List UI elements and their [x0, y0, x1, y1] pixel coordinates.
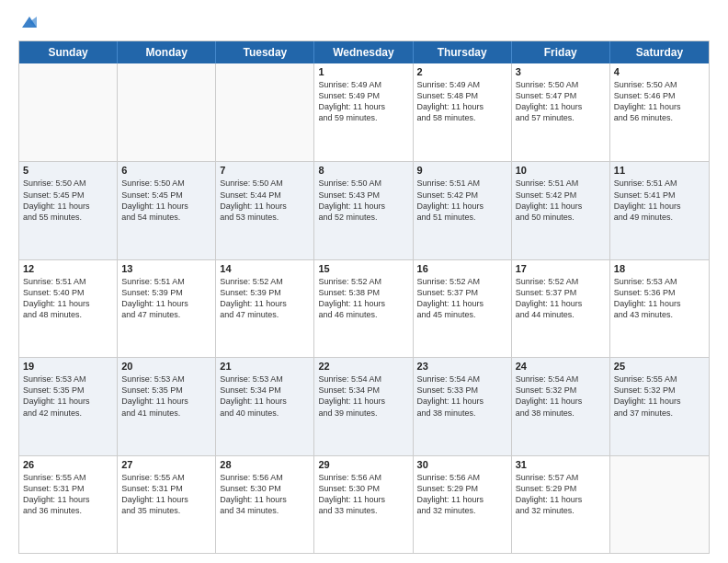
- day-cell-5: 5Sunrise: 5:50 AM Sunset: 5:45 PM Daylig…: [19, 162, 118, 259]
- day-number: 22: [318, 361, 408, 372]
- day-number: 9: [417, 165, 507, 176]
- day-cell-26: 26Sunrise: 5:55 AM Sunset: 5:31 PM Dayli…: [19, 456, 118, 553]
- day-cell-8: 8Sunrise: 5:50 AM Sunset: 5:43 PM Daylig…: [314, 162, 413, 259]
- day-cell-24: 24Sunrise: 5:54 AM Sunset: 5:32 PM Dayli…: [512, 358, 610, 454]
- day-info: Sunrise: 5:52 AM Sunset: 5:37 PM Dayligh…: [417, 276, 507, 321]
- day-cell-31: 31Sunrise: 5:57 AM Sunset: 5:29 PM Dayli…: [512, 456, 610, 553]
- day-info: Sunrise: 5:50 AM Sunset: 5:47 PM Dayligh…: [516, 79, 606, 124]
- day-cell-2: 2Sunrise: 5:49 AM Sunset: 5:48 PM Daylig…: [414, 63, 512, 161]
- calendar-body: 1Sunrise: 5:49 AM Sunset: 5:49 PM Daylig…: [19, 63, 709, 553]
- day-info: Sunrise: 5:55 AM Sunset: 5:31 PM Dayligh…: [23, 472, 113, 517]
- calendar-week-5: 26Sunrise: 5:55 AM Sunset: 5:31 PM Dayli…: [19, 455, 709, 553]
- day-info: Sunrise: 5:50 AM Sunset: 5:44 PM Dayligh…: [220, 178, 310, 223]
- logo-icon: [20, 13, 39, 31]
- day-cell-3: 3Sunrise: 5:50 AM Sunset: 5:47 PM Daylig…: [512, 63, 610, 161]
- day-info: Sunrise: 5:53 AM Sunset: 5:36 PM Dayligh…: [614, 276, 705, 321]
- day-info: Sunrise: 5:49 AM Sunset: 5:48 PM Dayligh…: [417, 79, 507, 124]
- day-header-saturday: Saturday: [610, 41, 709, 63]
- day-number: 6: [121, 165, 211, 176]
- day-cell-22: 22Sunrise: 5:54 AM Sunset: 5:34 PM Dayli…: [314, 358, 413, 454]
- day-cell-30: 30Sunrise: 5:56 AM Sunset: 5:29 PM Dayli…: [414, 456, 512, 553]
- day-info: Sunrise: 5:55 AM Sunset: 5:32 PM Dayligh…: [614, 373, 705, 419]
- day-number: 15: [318, 263, 408, 274]
- day-number: 8: [318, 165, 408, 176]
- day-header-wednesday: Wednesday: [314, 41, 413, 63]
- day-number: 19: [23, 361, 113, 372]
- day-info: Sunrise: 5:54 AM Sunset: 5:32 PM Dayligh…: [516, 373, 606, 419]
- day-info: Sunrise: 5:56 AM Sunset: 5:30 PM Dayligh…: [220, 472, 310, 517]
- logo: [18, 17, 39, 31]
- day-info: Sunrise: 5:54 AM Sunset: 5:33 PM Dayligh…: [417, 373, 507, 419]
- day-cell-4: 4Sunrise: 5:50 AM Sunset: 5:46 PM Daylig…: [610, 63, 709, 161]
- day-info: Sunrise: 5:56 AM Sunset: 5:30 PM Dayligh…: [318, 472, 408, 517]
- empty-cell: [610, 456, 709, 553]
- day-number: 5: [23, 165, 113, 176]
- day-info: Sunrise: 5:51 AM Sunset: 5:40 PM Dayligh…: [23, 276, 113, 321]
- day-number: 17: [516, 263, 606, 274]
- day-number: 16: [417, 263, 507, 274]
- day-info: Sunrise: 5:54 AM Sunset: 5:34 PM Dayligh…: [318, 373, 408, 419]
- day-cell-19: 19Sunrise: 5:53 AM Sunset: 5:35 PM Dayli…: [19, 358, 118, 454]
- day-cell-17: 17Sunrise: 5:52 AM Sunset: 5:37 PM Dayli…: [512, 260, 610, 357]
- day-number: 26: [23, 459, 113, 470]
- day-header-friday: Friday: [512, 41, 610, 63]
- day-number: 24: [516, 361, 606, 372]
- day-number: 31: [516, 459, 606, 470]
- page-header: [18, 17, 710, 31]
- day-info: Sunrise: 5:55 AM Sunset: 5:31 PM Dayligh…: [121, 472, 211, 517]
- day-info: Sunrise: 5:57 AM Sunset: 5:29 PM Dayligh…: [516, 472, 606, 517]
- day-cell-21: 21Sunrise: 5:53 AM Sunset: 5:34 PM Dayli…: [216, 358, 314, 454]
- day-header-thursday: Thursday: [414, 41, 512, 63]
- day-number: 28: [220, 459, 310, 470]
- day-cell-15: 15Sunrise: 5:52 AM Sunset: 5:38 PM Dayli…: [314, 260, 413, 357]
- calendar-week-3: 12Sunrise: 5:51 AM Sunset: 5:40 PM Dayli…: [19, 259, 709, 357]
- day-cell-7: 7Sunrise: 5:50 AM Sunset: 5:44 PM Daylig…: [216, 162, 314, 259]
- day-cell-10: 10Sunrise: 5:51 AM Sunset: 5:42 PM Dayli…: [512, 162, 610, 259]
- day-cell-18: 18Sunrise: 5:53 AM Sunset: 5:36 PM Dayli…: [610, 260, 709, 357]
- day-header-tuesday: Tuesday: [216, 41, 314, 63]
- calendar-week-1: 1Sunrise: 5:49 AM Sunset: 5:49 PM Daylig…: [19, 63, 709, 161]
- day-number: 25: [614, 361, 705, 372]
- day-cell-23: 23Sunrise: 5:54 AM Sunset: 5:33 PM Dayli…: [414, 358, 512, 454]
- day-cell-16: 16Sunrise: 5:52 AM Sunset: 5:37 PM Dayli…: [414, 260, 512, 357]
- day-number: 3: [516, 66, 606, 77]
- day-info: Sunrise: 5:51 AM Sunset: 5:41 PM Dayligh…: [614, 178, 705, 223]
- day-number: 20: [121, 361, 211, 372]
- day-cell-9: 9Sunrise: 5:51 AM Sunset: 5:42 PM Daylig…: [414, 162, 512, 259]
- empty-cell: [118, 63, 216, 161]
- day-cell-12: 12Sunrise: 5:51 AM Sunset: 5:40 PM Dayli…: [19, 260, 118, 357]
- day-number: 10: [516, 165, 606, 176]
- day-number: 29: [318, 459, 408, 470]
- day-cell-28: 28Sunrise: 5:56 AM Sunset: 5:30 PM Dayli…: [216, 456, 314, 553]
- day-info: Sunrise: 5:53 AM Sunset: 5:35 PM Dayligh…: [23, 373, 113, 419]
- day-cell-29: 29Sunrise: 5:56 AM Sunset: 5:30 PM Dayli…: [314, 456, 413, 553]
- day-cell-14: 14Sunrise: 5:52 AM Sunset: 5:39 PM Dayli…: [216, 260, 314, 357]
- empty-cell: [216, 63, 314, 161]
- day-number: 23: [417, 361, 507, 372]
- day-info: Sunrise: 5:56 AM Sunset: 5:29 PM Dayligh…: [417, 472, 507, 517]
- day-number: 12: [23, 263, 113, 274]
- day-number: 27: [121, 459, 211, 470]
- day-cell-1: 1Sunrise: 5:49 AM Sunset: 5:49 PM Daylig…: [314, 63, 413, 161]
- calendar-header: SundayMondayTuesdayWednesdayThursdayFrid…: [19, 41, 709, 63]
- day-info: Sunrise: 5:50 AM Sunset: 5:45 PM Dayligh…: [121, 178, 211, 223]
- day-info: Sunrise: 5:50 AM Sunset: 5:45 PM Dayligh…: [23, 178, 113, 223]
- day-info: Sunrise: 5:49 AM Sunset: 5:49 PM Dayligh…: [318, 79, 408, 124]
- day-number: 21: [220, 361, 310, 372]
- day-cell-25: 25Sunrise: 5:55 AM Sunset: 5:32 PM Dayli…: [610, 358, 709, 454]
- day-info: Sunrise: 5:51 AM Sunset: 5:42 PM Dayligh…: [417, 178, 507, 223]
- day-info: Sunrise: 5:52 AM Sunset: 5:38 PM Dayligh…: [318, 276, 408, 321]
- day-info: Sunrise: 5:53 AM Sunset: 5:34 PM Dayligh…: [220, 373, 310, 419]
- day-number: 13: [121, 263, 211, 274]
- calendar-week-4: 19Sunrise: 5:53 AM Sunset: 5:35 PM Dayli…: [19, 357, 709, 454]
- calendar: SundayMondayTuesdayWednesdayThursdayFrid…: [18, 40, 710, 554]
- day-number: 18: [614, 263, 705, 274]
- day-header-monday: Monday: [118, 41, 216, 63]
- day-number: 11: [614, 165, 705, 176]
- day-info: Sunrise: 5:50 AM Sunset: 5:46 PM Dayligh…: [614, 79, 705, 124]
- day-number: 14: [220, 263, 310, 274]
- day-cell-20: 20Sunrise: 5:53 AM Sunset: 5:35 PM Dayli…: [118, 358, 216, 454]
- day-number: 30: [417, 459, 507, 470]
- day-number: 7: [220, 165, 310, 176]
- calendar-week-2: 5Sunrise: 5:50 AM Sunset: 5:45 PM Daylig…: [19, 161, 709, 259]
